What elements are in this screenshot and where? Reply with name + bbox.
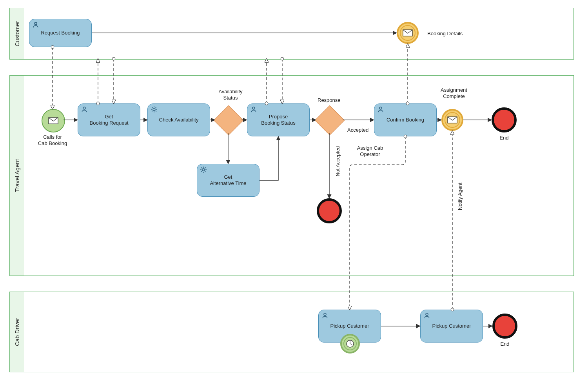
svg-line-9 bbox=[152, 107, 152, 108]
label-notify-agent: Notify Agent bbox=[457, 183, 463, 210]
lane-title-agent: Travel Agent bbox=[10, 76, 24, 276]
lane-label: Travel Agent bbox=[14, 159, 20, 192]
svg-line-19 bbox=[201, 167, 202, 168]
svg-point-14 bbox=[202, 169, 205, 171]
label-availability-status: Availability Status bbox=[211, 89, 250, 102]
svg-point-29 bbox=[426, 313, 428, 315]
svg-point-25 bbox=[324, 313, 326, 315]
svg-line-10 bbox=[156, 111, 156, 112]
svg-point-23 bbox=[379, 107, 382, 109]
user-icon bbox=[81, 106, 87, 114]
task-request-booking[interactable]: Request Booking bbox=[29, 19, 92, 47]
lane-title-customer: Customer bbox=[10, 8, 24, 59]
label-calls-for-cab: Calls for Cab Booking bbox=[33, 134, 72, 147]
label-assign-cab-operator: Assign Cab Operator bbox=[350, 145, 390, 158]
user-icon bbox=[377, 106, 384, 114]
label-assignment-complete: Assignment Complete bbox=[434, 87, 474, 100]
lane-customer: Customer bbox=[9, 8, 574, 60]
svg-line-12 bbox=[152, 111, 152, 112]
event-timer[interactable] bbox=[340, 334, 360, 354]
envelope-icon bbox=[403, 29, 413, 36]
task-label: Pickup Customer bbox=[330, 323, 369, 329]
event-end-agent[interactable] bbox=[492, 107, 517, 132]
svg-point-0 bbox=[34, 22, 37, 25]
task-pickup-customer-2[interactable]: Pickup Customer bbox=[420, 310, 483, 343]
svg-line-11 bbox=[156, 107, 156, 108]
task-label: Request Booking bbox=[41, 30, 80, 36]
svg-point-4 bbox=[153, 108, 155, 111]
task-label: Check Availability bbox=[159, 117, 199, 123]
svg-point-3 bbox=[83, 107, 85, 109]
lane-label: Customer bbox=[14, 21, 20, 46]
user-icon bbox=[322, 312, 328, 320]
user-icon bbox=[250, 106, 257, 114]
svg-line-21 bbox=[205, 167, 206, 168]
task-label: Pickup Customer bbox=[432, 323, 471, 329]
svg-line-20 bbox=[205, 171, 206, 172]
svg-point-13 bbox=[252, 107, 255, 109]
lane-title-driver: Cab Driver bbox=[10, 292, 24, 372]
task-get-alternative-time[interactable]: Get Alternative Time bbox=[197, 164, 260, 197]
gear-icon bbox=[200, 167, 207, 174]
task-propose-booking-status[interactable]: Propose Booking Status bbox=[247, 103, 310, 136]
event-booking-details[interactable] bbox=[397, 22, 419, 44]
envelope-icon bbox=[447, 116, 457, 123]
task-label: Confirm Booking bbox=[387, 117, 424, 123]
task-confirm-booking[interactable]: Confirm Booking bbox=[374, 103, 437, 136]
event-end-driver[interactable] bbox=[492, 314, 517, 339]
task-get-booking-request[interactable]: Get Booking Request bbox=[78, 103, 140, 136]
label-end-agent: End bbox=[496, 135, 512, 141]
event-end-not-accepted[interactable] bbox=[317, 198, 342, 223]
user-icon bbox=[424, 312, 430, 320]
lane-label: Cab Driver bbox=[14, 318, 20, 346]
label-end-driver: End bbox=[497, 341, 513, 347]
task-check-availability[interactable]: Check Availability bbox=[147, 103, 210, 136]
label-booking-details: Booking Details bbox=[427, 31, 478, 37]
task-label: Get Booking Request bbox=[89, 114, 128, 127]
label-response: Response bbox=[318, 97, 349, 103]
event-calls-for-cab[interactable] bbox=[42, 109, 65, 132]
task-label: Propose Booking Status bbox=[261, 114, 295, 127]
clock-icon bbox=[345, 339, 355, 348]
envelope-icon bbox=[48, 117, 58, 124]
task-label: Get Alternative Time bbox=[210, 174, 246, 187]
user-icon bbox=[33, 22, 39, 29]
label-not-accepted: Not Accepted bbox=[335, 146, 341, 176]
gear-icon bbox=[151, 106, 157, 114]
event-assignment-complete[interactable] bbox=[441, 109, 463, 131]
lane-cab-driver: Cab Driver bbox=[9, 292, 574, 372]
svg-line-22 bbox=[201, 171, 202, 172]
